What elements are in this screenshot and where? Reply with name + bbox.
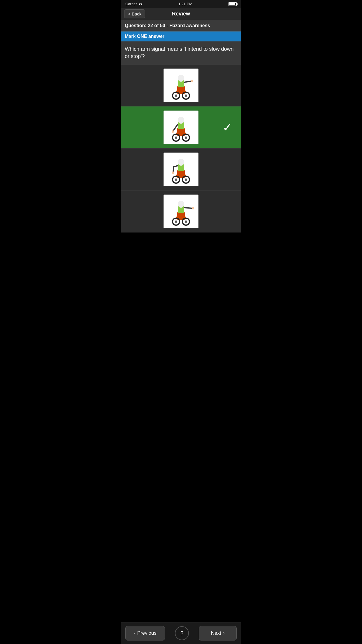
svg-line-28 [174,166,178,167]
status-left: Carrier ▾▾ [125,2,142,6]
svg-line-8 [184,81,192,82]
back-button[interactable]: < Back [124,9,145,18]
svg-rect-11 [177,128,185,134]
carrier-label: Carrier [125,2,137,6]
svg-point-14 [175,136,177,139]
svg-point-30 [172,172,174,174]
svg-point-40 [192,207,194,209]
answer-image-4 [164,195,198,228]
answers-container: ✓ [121,64,241,232]
motorcycle-svg-1 [165,70,197,101]
motorcycle-svg-2 [165,112,197,143]
question-text: Which arm signal means 'I intend to slow… [121,41,241,64]
svg-point-19 [172,130,174,133]
answer-option-2[interactable]: ✓ [121,106,241,148]
svg-point-15 [185,136,187,139]
svg-line-39 [184,208,192,208]
svg-point-35 [175,220,177,223]
svg-line-18 [173,124,178,131]
svg-point-5 [185,94,187,97]
page-content: Question: 22 of 50 - Hazard awareness Ma… [121,20,241,343]
answer-image-2 [164,111,198,144]
answer-option-4[interactable] [121,190,241,232]
motorcycle-svg-4 [165,196,197,227]
answer-image-1 [164,69,198,102]
nav-bar: < Back Review [121,8,241,20]
svg-point-38 [178,201,184,208]
svg-point-24 [175,178,177,181]
svg-point-17 [178,117,184,124]
svg-point-27 [178,159,184,166]
svg-point-25 [185,178,187,181]
answer-option-3[interactable] [121,148,241,190]
svg-point-36 [185,220,187,223]
battery-icon [229,2,237,6]
question-header: Question: 22 of 50 - Hazard awareness [121,20,241,32]
answer-image-3 [164,153,198,186]
svg-line-29 [173,167,174,172]
black-area [121,232,241,320]
svg-rect-32 [177,212,185,218]
svg-rect-1 [177,86,185,92]
svg-point-4 [175,94,177,97]
motorcycle-svg-3 [165,154,197,185]
svg-rect-21 [177,170,185,176]
wifi-icon: ▾▾ [139,2,142,6]
status-bar: Carrier ▾▾ 1:21 PM [121,0,241,8]
answer-option-1[interactable] [121,64,241,106]
page-title: Review [172,11,190,17]
battery-fill [229,3,235,5]
svg-point-7 [178,75,184,82]
svg-point-9 [191,80,193,82]
correct-checkmark: ✓ [222,120,233,134]
mark-answer-bar: Mark ONE answer [121,32,241,41]
time-label: 1:21 PM [178,2,192,6]
